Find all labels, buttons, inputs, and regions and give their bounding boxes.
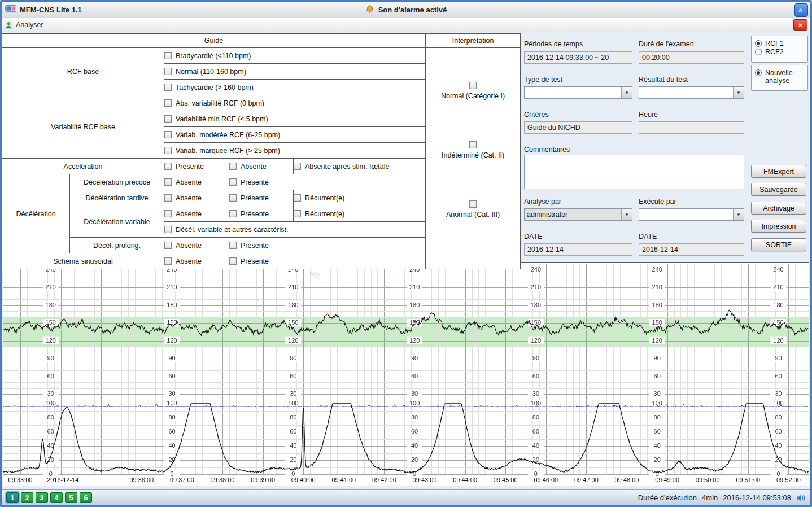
analysis-form: Guide Interprétation RCF base Bradycardi… (2, 32, 810, 261)
cb-precoce-absente[interactable] (164, 178, 172, 186)
executed-by-label: Exécuté par (639, 198, 676, 206)
cb-interp-anormal[interactable] (469, 200, 477, 208)
tardive-label: Décélération tardive (70, 190, 164, 206)
chevron-down-icon[interactable]: ▾ (621, 87, 632, 98)
interpretation-cell: Normal (Catégorie I) Indéterminé (Cat. I… (426, 48, 521, 269)
exec-duration-value: 4min (702, 493, 718, 502)
cb-abs-variabilite[interactable] (164, 99, 172, 107)
cb-tardive-presente[interactable] (229, 194, 237, 202)
prolong-label: Décél. prolong. (70, 238, 164, 253)
date2-label: DATE (639, 233, 657, 241)
analyzed-by-select[interactable]: administrator▾ (524, 208, 632, 221)
heure-label: Heure (639, 111, 658, 119)
page-button-3[interactable]: 3 (36, 492, 48, 503)
cb-variabilite-min[interactable] (164, 115, 172, 123)
cb-precoce-presente[interactable] (229, 178, 237, 186)
comments-label: Commentaires (524, 146, 570, 154)
row-tachycardie: Tachycardie (> 160 bpm) (164, 84, 425, 91)
option-label: Présente (241, 194, 269, 202)
cb-variable-presente[interactable] (229, 210, 237, 217)
chevron-down-icon[interactable]: ▾ (733, 87, 744, 98)
rcf-select-group: RCF1 RCF2 (751, 36, 808, 63)
collapse-button[interactable]: « (794, 3, 808, 17)
ctg-strip-chart (3, 263, 809, 486)
cb-interp-normal[interactable] (469, 82, 477, 89)
cb-tardive-absente[interactable] (164, 194, 172, 202)
option-label: Bradycardie (<110 bpm) (176, 52, 251, 60)
page-button-1[interactable]: 1 (6, 492, 19, 503)
cb-prolong-presente[interactable] (229, 242, 237, 249)
option-label: Récurrent(e) (305, 210, 344, 218)
chevron-down-icon[interactable]: ▾ (733, 209, 744, 220)
criteria-field[interactable] (524, 121, 632, 134)
precoce-label: Décélération précoce (70, 174, 164, 190)
cb-accel-absente-stim[interactable] (294, 163, 301, 170)
new-analysis-radio[interactable]: Nouvelle analyse (755, 69, 804, 85)
cb-variable-recurrente[interactable] (294, 210, 301, 217)
page-button-2[interactable]: 2 (21, 492, 33, 503)
interp-normal: Normal (Catégorie I) (441, 82, 505, 100)
option-label: Tachycardie (> 160 bpm) (176, 84, 254, 91)
rcf1-radio[interactable]: RCF1 (755, 40, 804, 47)
cb-tardive-recurrente[interactable] (294, 194, 301, 202)
rcf1-label: RCF1 (765, 40, 784, 47)
cb-variable-autres[interactable] (164, 226, 172, 233)
periods-field[interactable] (524, 51, 632, 64)
rcf2-radio[interactable]: RCF2 (755, 48, 804, 56)
radio-icon (755, 69, 762, 76)
option-label: Abs. variabilité RCF (0 bpm) (176, 99, 264, 107)
row-precoce-presente: Présente (229, 178, 425, 186)
bell-icon (365, 5, 374, 14)
test-type-select[interactable]: ▾ (524, 86, 632, 99)
row-variable-absente: Absente (164, 210, 229, 218)
cb-sinusoidal-presente[interactable] (229, 257, 237, 265)
impression-button[interactable]: Impression (751, 220, 806, 233)
close-button[interactable]: × (793, 19, 807, 31)
cb-accel-presente[interactable] (164, 163, 172, 170)
row-tardive-absente: Absente (164, 194, 229, 202)
cb-interp-indetermine[interactable] (469, 141, 477, 148)
cb-accel-absente[interactable] (229, 163, 237, 170)
variable-label: Décélération variable (70, 206, 164, 238)
new-analysis-label: Nouvelle analyse (765, 69, 804, 85)
page-button-4[interactable]: 4 (50, 492, 63, 503)
status-timestamp: 2016-12-14 09:53:08 (723, 493, 791, 502)
executed-by-value (639, 209, 733, 220)
exam-duration-field[interactable] (639, 51, 744, 64)
cb-variab-marquee[interactable] (164, 147, 172, 154)
cb-variable-absente[interactable] (164, 210, 172, 217)
row-sinusoidal-absente: Absente (164, 257, 229, 265)
interp-label: Normal (Catégorie I) (441, 92, 505, 100)
executed-by-select[interactable]: ▾ (639, 208, 744, 221)
cb-bradycardie[interactable] (164, 52, 172, 59)
option-label: Absente (241, 163, 267, 171)
deceleration-label: Décélération (2, 174, 70, 253)
date2-field[interactable] (639, 243, 744, 256)
fmexpert-button[interactable]: FMExpert (751, 165, 806, 178)
cb-normal-110-160[interactable] (164, 68, 172, 75)
comments-textarea[interactable] (524, 155, 744, 189)
test-result-select[interactable]: ▾ (639, 86, 744, 99)
person-icon (5, 21, 13, 29)
alarm-text: Son d'alarme activé (378, 6, 447, 14)
sauvegarde-button[interactable]: Sauvegarde (751, 183, 806, 196)
interp-indetermine: Indéterminé (Cat. II) (442, 141, 504, 159)
new-analysis-group: Nouvelle analyse (751, 65, 808, 91)
heure-field[interactable] (639, 121, 744, 134)
cb-tachycardie[interactable] (164, 84, 172, 91)
archivage-button[interactable]: Archivage (751, 202, 806, 215)
test-type-value (525, 87, 621, 98)
chevron-down-icon[interactable]: ▾ (621, 209, 632, 220)
speaker-icon[interactable] (796, 493, 806, 502)
criteria-label: Critères (524, 111, 549, 119)
rcf2-label: RCF2 (765, 48, 784, 56)
sortie-button[interactable]: SORTIE (751, 238, 806, 251)
page-button-6[interactable]: 6 (80, 492, 92, 503)
cb-sinusoidal-absente[interactable] (164, 257, 172, 265)
radio-icon (755, 40, 762, 47)
cb-variab-moderee[interactable] (164, 131, 172, 138)
cb-prolong-absente[interactable] (164, 242, 172, 249)
row-sinusoidal-presente: Présente (229, 257, 425, 265)
date1-field[interactable] (524, 243, 632, 256)
page-button-5[interactable]: 5 (65, 492, 77, 503)
